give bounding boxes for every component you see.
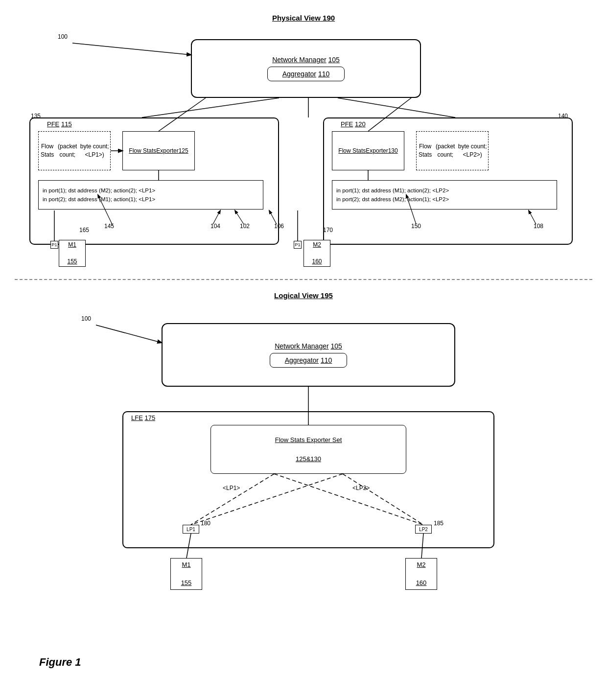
network-manager-log-label: Network Manager 105 [275,342,342,350]
pfe115-label: PFE 115 [47,120,72,128]
lp2-label: <LP2> [352,485,370,491]
aggregator-log-box: Aggregator 110 [270,353,348,368]
flow-table-120: in port(1); dst address (M1); action(2);… [332,180,557,210]
label-100-log: 100 [81,315,91,322]
fse-set-box: Flow Stats Exporter Set 125&130 [210,425,406,474]
aggregator-phys-box: Aggregator 110 [267,67,345,81]
pfe120-label: PFE 120 [341,120,366,128]
m2-phys-box: M2 160 [304,240,330,267]
label-100-phys: 100 [58,33,68,40]
port-p1-120: P1 [294,241,302,249]
ref-150: 150 [411,223,421,230]
section-divider [15,279,592,280]
fse-130-box: Flow Stats Exporter 130 [332,131,404,170]
network-manager-phys-label: Network Manager 105 [272,56,340,64]
lp1-port: LP1 [183,525,199,534]
m1-log-box: M1 155 [170,558,202,590]
physical-view-title-text: Physical View [272,14,321,22]
svg-line-0 [72,43,191,55]
logical-view-title-ref: 195 [321,291,333,300]
physical-view-title-ref: 190 [323,14,335,22]
lfe-label: LFE 175 [131,414,155,421]
svg-line-1 [142,98,279,117]
ref-165: 165 [79,227,89,233]
ref-104: 104 [210,223,220,230]
lp2-port: LP2 [415,525,432,534]
svg-line-17 [96,325,162,343]
logical-view-title-text: Logical View [274,291,319,300]
ref-185: 185 [434,520,444,527]
flow-stats-pktcnt-115: Flow Stats (packet count; byte count; <L… [38,131,111,170]
network-manager-phys-box: Network Manager 105 Aggregator 110 [191,39,421,98]
diagram-container: Physical View 190 100 Network Manager 10… [0,0,607,700]
ref-145: 145 [104,223,114,230]
port-p1-115: P1 [50,241,58,249]
ref-108: 108 [534,223,543,230]
ref-170: 170 [323,227,333,233]
figure-label: Figure 1 [39,656,81,669]
flow-stats-pktcnt-120: Flow Stats (packet count; byte count; <L… [416,131,489,170]
network-manager-log-box: Network Manager 105 Aggregator 110 [162,323,455,387]
physical-view-title: Physical View 190 [272,14,335,22]
svg-line-2 [338,98,455,117]
ref-102: 102 [240,223,250,230]
lp1-label: <LP1> [223,485,240,491]
m2-log-box: M2 160 [405,558,437,590]
logical-view-title: Logical View 195 [274,291,333,300]
ref-180: 180 [201,520,210,527]
ref-106: 106 [274,223,284,230]
m1-phys-box: M1 155 [59,240,86,267]
fse-125-box: Flow Stats Exporter 125 [122,131,195,170]
flow-table-115: in port(1); dst address (M2); action(2);… [38,180,263,210]
